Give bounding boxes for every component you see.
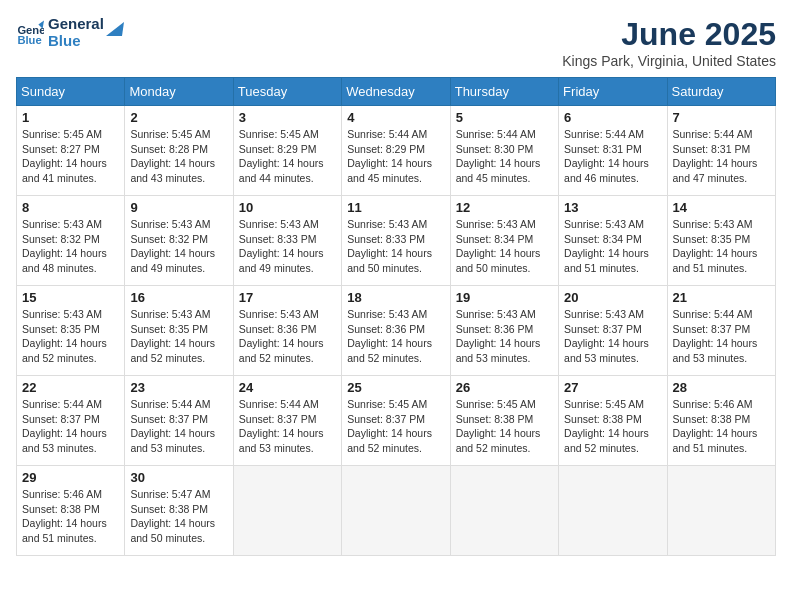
- calendar-cell: 5Sunrise: 5:44 AMSunset: 8:30 PMDaylight…: [450, 106, 558, 196]
- day-info: Sunrise: 5:45 AMSunset: 8:28 PMDaylight:…: [130, 127, 227, 186]
- day-info: Sunrise: 5:44 AMSunset: 8:31 PMDaylight:…: [673, 127, 770, 186]
- calendar-cell: 26Sunrise: 5:45 AMSunset: 8:38 PMDayligh…: [450, 376, 558, 466]
- header-sunday: Sunday: [17, 78, 125, 106]
- day-info: Sunrise: 5:43 AMSunset: 8:36 PMDaylight:…: [456, 307, 553, 366]
- header-tuesday: Tuesday: [233, 78, 341, 106]
- day-number: 6: [564, 110, 661, 125]
- day-info: Sunrise: 5:45 AMSunset: 8:27 PMDaylight:…: [22, 127, 119, 186]
- day-info: Sunrise: 5:44 AMSunset: 8:37 PMDaylight:…: [673, 307, 770, 366]
- day-info: Sunrise: 5:43 AMSunset: 8:34 PMDaylight:…: [564, 217, 661, 276]
- calendar-cell: [667, 466, 775, 556]
- calendar-week-4: 22Sunrise: 5:44 AMSunset: 8:37 PMDayligh…: [17, 376, 776, 466]
- month-title: June 2025: [562, 16, 776, 53]
- calendar-cell: 3Sunrise: 5:45 AMSunset: 8:29 PMDaylight…: [233, 106, 341, 196]
- calendar-table: SundayMondayTuesdayWednesdayThursdayFrid…: [16, 77, 776, 556]
- day-info: Sunrise: 5:46 AMSunset: 8:38 PMDaylight:…: [22, 487, 119, 546]
- calendar-week-2: 8Sunrise: 5:43 AMSunset: 8:32 PMDaylight…: [17, 196, 776, 286]
- day-info: Sunrise: 5:47 AMSunset: 8:38 PMDaylight:…: [130, 487, 227, 546]
- day-number: 16: [130, 290, 227, 305]
- calendar-cell: 8Sunrise: 5:43 AMSunset: 8:32 PMDaylight…: [17, 196, 125, 286]
- day-info: Sunrise: 5:43 AMSunset: 8:34 PMDaylight:…: [456, 217, 553, 276]
- calendar-cell: 30Sunrise: 5:47 AMSunset: 8:38 PMDayligh…: [125, 466, 233, 556]
- day-number: 26: [456, 380, 553, 395]
- day-number: 30: [130, 470, 227, 485]
- day-number: 25: [347, 380, 444, 395]
- calendar-cell: 13Sunrise: 5:43 AMSunset: 8:34 PMDayligh…: [559, 196, 667, 286]
- svg-marker-3: [106, 22, 124, 36]
- calendar-cell: [450, 466, 558, 556]
- day-info: Sunrise: 5:43 AMSunset: 8:32 PMDaylight:…: [22, 217, 119, 276]
- calendar-cell: 20Sunrise: 5:43 AMSunset: 8:37 PMDayligh…: [559, 286, 667, 376]
- day-number: 14: [673, 200, 770, 215]
- calendar-cell: 27Sunrise: 5:45 AMSunset: 8:38 PMDayligh…: [559, 376, 667, 466]
- day-number: 29: [22, 470, 119, 485]
- day-number: 21: [673, 290, 770, 305]
- calendar-cell: 18Sunrise: 5:43 AMSunset: 8:36 PMDayligh…: [342, 286, 450, 376]
- day-number: 2: [130, 110, 227, 125]
- day-info: Sunrise: 5:44 AMSunset: 8:37 PMDaylight:…: [22, 397, 119, 456]
- calendar-cell: [342, 466, 450, 556]
- calendar-cell: 15Sunrise: 5:43 AMSunset: 8:35 PMDayligh…: [17, 286, 125, 376]
- calendar-cell: 21Sunrise: 5:44 AMSunset: 8:37 PMDayligh…: [667, 286, 775, 376]
- header-wednesday: Wednesday: [342, 78, 450, 106]
- day-info: Sunrise: 5:44 AMSunset: 8:31 PMDaylight:…: [564, 127, 661, 186]
- location: Kings Park, Virginia, United States: [562, 53, 776, 69]
- calendar-cell: 10Sunrise: 5:43 AMSunset: 8:33 PMDayligh…: [233, 196, 341, 286]
- calendar-cell: 9Sunrise: 5:43 AMSunset: 8:32 PMDaylight…: [125, 196, 233, 286]
- day-number: 20: [564, 290, 661, 305]
- calendar-cell: 25Sunrise: 5:45 AMSunset: 8:37 PMDayligh…: [342, 376, 450, 466]
- calendar-cell: 4Sunrise: 5:44 AMSunset: 8:29 PMDaylight…: [342, 106, 450, 196]
- calendar-cell: 17Sunrise: 5:43 AMSunset: 8:36 PMDayligh…: [233, 286, 341, 376]
- calendar-cell: 2Sunrise: 5:45 AMSunset: 8:28 PMDaylight…: [125, 106, 233, 196]
- day-info: Sunrise: 5:43 AMSunset: 8:35 PMDaylight:…: [22, 307, 119, 366]
- day-number: 4: [347, 110, 444, 125]
- day-info: Sunrise: 5:43 AMSunset: 8:35 PMDaylight:…: [130, 307, 227, 366]
- day-info: Sunrise: 5:45 AMSunset: 8:38 PMDaylight:…: [564, 397, 661, 456]
- day-number: 22: [22, 380, 119, 395]
- day-info: Sunrise: 5:44 AMSunset: 8:37 PMDaylight:…: [239, 397, 336, 456]
- day-number: 19: [456, 290, 553, 305]
- calendar-cell: 7Sunrise: 5:44 AMSunset: 8:31 PMDaylight…: [667, 106, 775, 196]
- day-info: Sunrise: 5:43 AMSunset: 8:32 PMDaylight:…: [130, 217, 227, 276]
- header-monday: Monday: [125, 78, 233, 106]
- header-friday: Friday: [559, 78, 667, 106]
- logo: General Blue General Blue: [16, 16, 124, 49]
- day-number: 17: [239, 290, 336, 305]
- day-number: 10: [239, 200, 336, 215]
- calendar-cell: 11Sunrise: 5:43 AMSunset: 8:33 PMDayligh…: [342, 196, 450, 286]
- calendar-cell: 29Sunrise: 5:46 AMSunset: 8:38 PMDayligh…: [17, 466, 125, 556]
- day-number: 12: [456, 200, 553, 215]
- header-thursday: Thursday: [450, 78, 558, 106]
- calendar-week-1: 1Sunrise: 5:45 AMSunset: 8:27 PMDaylight…: [17, 106, 776, 196]
- calendar-week-3: 15Sunrise: 5:43 AMSunset: 8:35 PMDayligh…: [17, 286, 776, 376]
- calendar-cell: 12Sunrise: 5:43 AMSunset: 8:34 PMDayligh…: [450, 196, 558, 286]
- calendar-cell: 1Sunrise: 5:45 AMSunset: 8:27 PMDaylight…: [17, 106, 125, 196]
- logo-blue: Blue: [48, 33, 104, 50]
- day-info: Sunrise: 5:43 AMSunset: 8:37 PMDaylight:…: [564, 307, 661, 366]
- day-info: Sunrise: 5:43 AMSunset: 8:36 PMDaylight:…: [239, 307, 336, 366]
- day-info: Sunrise: 5:45 AMSunset: 8:29 PMDaylight:…: [239, 127, 336, 186]
- day-number: 1: [22, 110, 119, 125]
- day-info: Sunrise: 5:46 AMSunset: 8:38 PMDaylight:…: [673, 397, 770, 456]
- day-number: 28: [673, 380, 770, 395]
- day-info: Sunrise: 5:43 AMSunset: 8:36 PMDaylight:…: [347, 307, 444, 366]
- calendar-cell: 6Sunrise: 5:44 AMSunset: 8:31 PMDaylight…: [559, 106, 667, 196]
- calendar-cell: 23Sunrise: 5:44 AMSunset: 8:37 PMDayligh…: [125, 376, 233, 466]
- day-number: 13: [564, 200, 661, 215]
- calendar-week-5: 29Sunrise: 5:46 AMSunset: 8:38 PMDayligh…: [17, 466, 776, 556]
- calendar-cell: [233, 466, 341, 556]
- title-block: June 2025 Kings Park, Virginia, United S…: [562, 16, 776, 69]
- svg-text:Blue: Blue: [17, 34, 41, 46]
- day-number: 24: [239, 380, 336, 395]
- logo-general: General: [48, 16, 104, 33]
- calendar-cell: 24Sunrise: 5:44 AMSunset: 8:37 PMDayligh…: [233, 376, 341, 466]
- day-info: Sunrise: 5:44 AMSunset: 8:37 PMDaylight:…: [130, 397, 227, 456]
- day-info: Sunrise: 5:45 AMSunset: 8:37 PMDaylight:…: [347, 397, 444, 456]
- day-number: 11: [347, 200, 444, 215]
- day-number: 8: [22, 200, 119, 215]
- day-number: 9: [130, 200, 227, 215]
- day-number: 18: [347, 290, 444, 305]
- calendar-cell: 22Sunrise: 5:44 AMSunset: 8:37 PMDayligh…: [17, 376, 125, 466]
- page-header: General Blue General Blue June 2025 King…: [16, 16, 776, 69]
- day-number: 27: [564, 380, 661, 395]
